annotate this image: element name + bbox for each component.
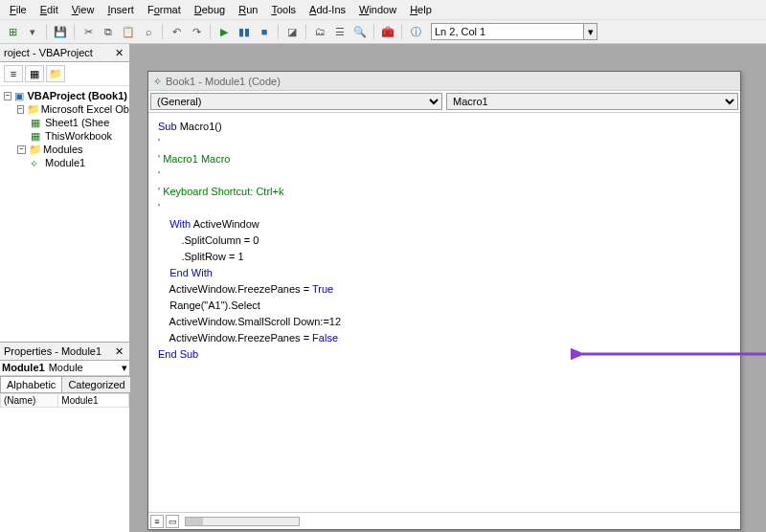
combo-arrow-icon[interactable]: ▾ xyxy=(584,23,597,40)
find-icon[interactable]: ⌕ xyxy=(140,23,157,40)
prop-row[interactable]: (Name) Module1 xyxy=(1,394,129,408)
prop-val[interactable]: Module1 xyxy=(58,394,129,408)
menu-format[interactable]: Format xyxy=(142,2,187,17)
menu-tools[interactable]: Tools xyxy=(265,2,302,17)
module-icon: ⟡ xyxy=(154,75,161,87)
run-icon[interactable]: ▶ xyxy=(215,23,233,40)
procedure-view-icon[interactable]: ▭ xyxy=(166,515,179,528)
insert-dropdown-icon[interactable]: ▾ xyxy=(24,23,41,40)
menu-window[interactable]: Window xyxy=(353,2,402,17)
code-window-titlebar[interactable]: ⟡ Book1 - Module1 (Code) xyxy=(148,72,740,90)
toolbox-icon[interactable]: 🧰 xyxy=(379,23,396,40)
close-icon[interactable]: ✕ xyxy=(112,46,125,59)
menu-file[interactable]: File xyxy=(4,2,33,17)
close-icon[interactable]: ✕ xyxy=(112,344,125,358)
tree-thisworkbook[interactable]: ▦ThisWorkbook xyxy=(2,129,127,143)
project-tree: −▣VBAProject (Book1) −📁Microsoft Excel O… xyxy=(0,86,129,342)
annotation-arrow xyxy=(571,346,766,362)
tree-root-label: VBAProject (Book1) xyxy=(27,90,127,101)
mdi-area: ⟡ Book1 - Module1 (Code) (General) Macro… xyxy=(130,44,766,532)
menu-help[interactable]: Help xyxy=(404,2,438,17)
tab-alphabetic[interactable]: Alphabetic xyxy=(0,376,62,392)
tree-label: Modules xyxy=(43,144,83,155)
properties-title-bar: Properties - Module1 ✕ xyxy=(0,343,129,361)
object-browser-icon[interactable]: 🔍 xyxy=(351,23,369,40)
collapse-icon[interactable]: − xyxy=(4,92,11,100)
tree-label: Module1 xyxy=(45,157,85,168)
sheet-icon: ▦ xyxy=(31,117,42,128)
excel-icon[interactable]: ⊞ xyxy=(4,23,21,40)
tree-excel-objects[interactable]: −📁Microsoft Excel Ob xyxy=(2,102,127,116)
folder-icon: 📁 xyxy=(29,144,40,155)
copy-icon[interactable]: ⧉ xyxy=(100,23,117,40)
module-icon: ⟡ xyxy=(31,157,42,168)
left-column: roject - VBAProject ✕ ≡ ▦ 📁 −▣VBAProject… xyxy=(0,44,130,532)
code-window-title: Book1 - Module1 (Code) xyxy=(166,76,281,87)
project-toolbar: ≡ ▦ 📁 xyxy=(0,62,129,86)
project-icon: ▣ xyxy=(14,90,24,101)
break-icon[interactable]: ▮▮ xyxy=(236,23,253,40)
menu-run[interactable]: Run xyxy=(233,2,263,17)
tree-label: ThisWorkbook xyxy=(45,130,112,142)
reset-icon[interactable]: ■ xyxy=(256,23,273,40)
properties-window-icon[interactable]: ☰ xyxy=(331,23,349,40)
redo-icon[interactable]: ↷ xyxy=(188,23,205,40)
tree-label: Sheet1 (Shee xyxy=(45,117,109,128)
design-mode-icon[interactable]: ◪ xyxy=(283,23,301,40)
prop-object-name: Module1 xyxy=(2,362,45,374)
tab-categorized[interactable]: Categorized xyxy=(61,376,131,392)
prop-object-type: Module xyxy=(49,362,83,374)
prop-key: (Name) xyxy=(1,394,58,408)
tree-label: Microsoft Excel Ob xyxy=(41,103,129,115)
menu-debug[interactable]: Debug xyxy=(189,2,231,17)
cut-icon[interactable]: ✂ xyxy=(79,23,97,40)
paste-icon[interactable]: 📋 xyxy=(120,23,137,40)
full-module-view-icon[interactable]: ≡ xyxy=(150,515,164,528)
help-icon[interactable]: ⓘ xyxy=(407,23,424,40)
menu-addins[interactable]: Add-Ins xyxy=(304,2,351,17)
menu-view[interactable]: View xyxy=(66,2,101,17)
save-icon[interactable]: 💾 xyxy=(52,23,69,40)
tree-root[interactable]: −▣VBAProject (Book1) xyxy=(2,89,127,102)
collapse-icon[interactable]: − xyxy=(17,105,24,114)
collapse-icon[interactable]: − xyxy=(17,145,26,154)
object-dropdown[interactable]: (General) xyxy=(150,93,442,110)
project-explorer-icon[interactable]: 🗂 xyxy=(311,23,328,40)
workbook-icon: ▦ xyxy=(31,130,42,142)
cursor-position xyxy=(431,23,584,40)
horizontal-scrollbar[interactable] xyxy=(185,517,300,526)
tree-modules[interactable]: −📁Modules xyxy=(2,143,127,156)
tree-sheet1[interactable]: ▦Sheet1 (Shee xyxy=(2,116,127,129)
properties-pane: Properties - Module1 ✕ Module1 Module ▾ … xyxy=(0,342,129,532)
tree-module1[interactable]: ⟡Module1 xyxy=(2,156,127,169)
view-code-icon[interactable]: ≡ xyxy=(4,65,23,82)
chevron-down-icon[interactable]: ▾ xyxy=(122,362,127,374)
menu-bar: File Edit View Insert Format Debug Run T… xyxy=(0,0,766,20)
folder-icon: 📁 xyxy=(27,103,38,115)
project-explorer-title: roject - VBAProject ✕ xyxy=(0,44,129,62)
project-title-text: roject - VBAProject xyxy=(4,47,93,58)
code-editor[interactable]: Sub Macro1() ' ' Macro1 Macro ' ' Keyboa… xyxy=(148,113,740,512)
toggle-folders-icon[interactable]: 📁 xyxy=(46,65,65,82)
menu-insert[interactable]: Insert xyxy=(101,2,140,17)
properties-title: Properties - Module1 xyxy=(4,345,101,357)
code-window: ⟡ Book1 - Module1 (Code) (General) Macro… xyxy=(147,71,741,530)
menu-edit[interactable]: Edit xyxy=(34,2,64,17)
procedure-dropdown[interactable]: Macro1 xyxy=(446,93,738,110)
properties-table: (Name) Module1 xyxy=(0,393,129,408)
toolbar: ⊞ ▾ 💾 ✂ ⧉ 📋 ⌕ ↶ ↷ ▶ ▮▮ ■ ◪ 🗂 ☰ 🔍 🧰 ⓘ ▾ xyxy=(0,20,766,44)
code-footer: ≡ ▭ xyxy=(148,512,740,529)
undo-icon[interactable]: ↶ xyxy=(168,23,185,40)
view-object-icon[interactable]: ▦ xyxy=(25,65,44,82)
